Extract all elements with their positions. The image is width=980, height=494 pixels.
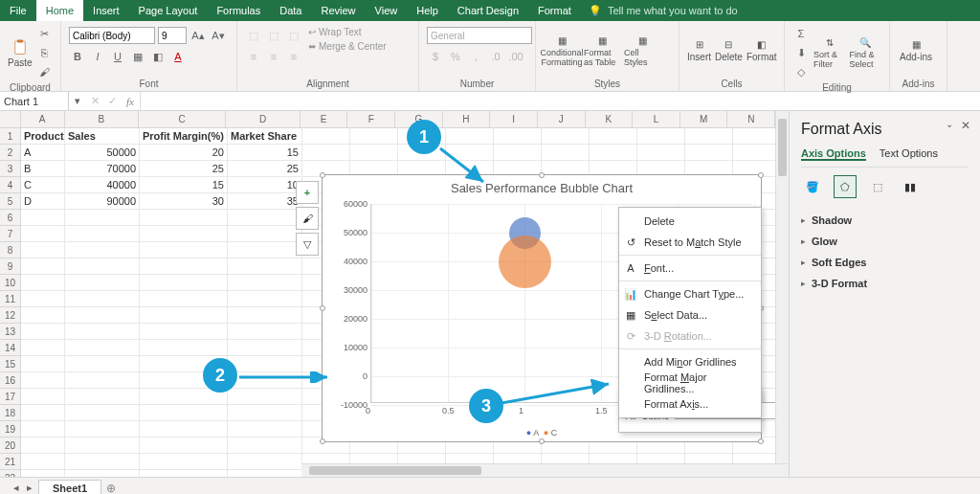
- section-soft-edges[interactable]: Soft Edges: [801, 252, 969, 273]
- row-header[interactable]: 17: [0, 389, 21, 405]
- row-header[interactable]: 16: [0, 372, 21, 389]
- row-header[interactable]: 10: [0, 275, 21, 291]
- col-header[interactable]: C: [139, 111, 226, 128]
- cell[interactable]: [140, 291, 228, 307]
- tab-help[interactable]: Help: [407, 0, 448, 21]
- row-header[interactable]: 1: [0, 128, 21, 145]
- cell[interactable]: [65, 291, 140, 307]
- comma-icon[interactable]: ,: [467, 48, 484, 65]
- cell[interactable]: [140, 226, 228, 242]
- cell[interactable]: Sales Revenue: [65, 128, 140, 145]
- wrap-text-button[interactable]: ↩Wrap Text: [308, 27, 387, 37]
- cell[interactable]: [65, 470, 140, 477]
- merge-center-button[interactable]: ⬌Merge & Center: [308, 41, 387, 52]
- tell-me-search[interactable]: 💡Tell me what you want to do: [589, 5, 738, 17]
- cell[interactable]: [140, 405, 228, 421]
- cell[interactable]: [228, 291, 302, 307]
- cell[interactable]: [65, 242, 140, 258]
- cell[interactable]: B: [21, 161, 65, 177]
- sheet-tab-1[interactable]: Sheet1: [38, 480, 101, 494]
- tab-file[interactable]: File: [0, 0, 36, 21]
- cell[interactable]: 35: [228, 193, 302, 210]
- row-header[interactable]: 3: [0, 161, 21, 177]
- row-header[interactable]: 4: [0, 177, 21, 193]
- cell[interactable]: [21, 356, 65, 372]
- cell[interactable]: [65, 405, 140, 421]
- cell[interactable]: 20: [140, 145, 228, 161]
- cell[interactable]: [65, 454, 140, 470]
- cell[interactable]: [21, 258, 65, 275]
- col-header[interactable]: L: [633, 111, 680, 128]
- bold-button[interactable]: B: [69, 48, 86, 65]
- tab-chart-design[interactable]: Chart Design: [448, 0, 528, 21]
- row-header[interactable]: 6: [0, 210, 21, 226]
- row-header[interactable]: 11: [0, 291, 21, 307]
- cell[interactable]: [302, 128, 350, 145]
- cell[interactable]: A: [21, 145, 65, 161]
- cell[interactable]: [350, 128, 398, 145]
- insert-cells-button[interactable]: ⊞Insert: [687, 39, 711, 62]
- cell[interactable]: [65, 372, 140, 389]
- cell[interactable]: [228, 356, 302, 372]
- pane-options-icon[interactable]: ⌄: [946, 119, 953, 129]
- find-select-button[interactable]: 🔍Find & Select: [850, 37, 882, 69]
- col-header[interactable]: H: [443, 111, 491, 128]
- col-header[interactable]: D: [226, 111, 300, 128]
- cell[interactable]: [140, 454, 228, 470]
- cell[interactable]: [590, 128, 637, 145]
- tab-review[interactable]: Review: [311, 0, 365, 21]
- cell[interactable]: [21, 291, 65, 307]
- cell[interactable]: [21, 242, 65, 258]
- addins-button[interactable]: ▦Add-ins: [898, 39, 934, 62]
- enter-formula-icon[interactable]: ✓: [103, 93, 121, 110]
- cell[interactable]: [21, 340, 65, 356]
- underline-button[interactable]: U: [109, 48, 126, 65]
- chart-filters-button[interactable]: ▽: [296, 233, 319, 256]
- cell[interactable]: [21, 405, 65, 421]
- cell[interactable]: [228, 324, 302, 340]
- cell[interactable]: C: [21, 177, 65, 193]
- cell[interactable]: [590, 145, 637, 161]
- sheet-nav-next-icon[interactable]: ▸: [21, 480, 38, 495]
- cell[interactable]: 25: [228, 161, 302, 177]
- cell[interactable]: [228, 454, 302, 470]
- cell[interactable]: [350, 145, 398, 161]
- font-color-button[interactable]: A: [169, 48, 187, 65]
- col-header[interactable]: E: [301, 111, 348, 128]
- cell[interactable]: [228, 307, 302, 324]
- cell[interactable]: [21, 226, 65, 242]
- clear-icon[interactable]: ◇: [792, 63, 810, 80]
- col-header[interactable]: K: [586, 111, 634, 128]
- cell[interactable]: [637, 128, 685, 145]
- cell[interactable]: [65, 438, 140, 454]
- cell[interactable]: [685, 128, 733, 145]
- tab-formulas[interactable]: Formulas: [207, 0, 270, 21]
- cell[interactable]: [65, 210, 140, 226]
- cell[interactable]: [140, 438, 228, 454]
- cell[interactable]: [228, 470, 302, 477]
- cell[interactable]: [65, 275, 140, 291]
- cell[interactable]: 40000: [65, 177, 140, 193]
- menu-format-axis[interactable]: Format Axis...: [619, 393, 761, 415]
- pane-icon-size[interactable]: ⬚: [866, 175, 889, 198]
- row-header[interactable]: 7: [0, 226, 21, 242]
- cell[interactable]: Product: [21, 128, 65, 145]
- border-button[interactable]: ▦: [129, 48, 146, 65]
- tab-page-layout[interactable]: Page Layout: [129, 0, 208, 21]
- fill-down-icon[interactable]: ⬇: [792, 44, 810, 61]
- cell[interactable]: [494, 128, 542, 145]
- cell[interactable]: [21, 421, 65, 438]
- chart-bubble[interactable]: [499, 236, 551, 288]
- cell[interactable]: [65, 226, 140, 242]
- tab-data[interactable]: Data: [270, 0, 311, 21]
- menu-delete[interactable]: Delete: [619, 211, 761, 232]
- cell[interactable]: D: [21, 193, 65, 210]
- cell[interactable]: [302, 145, 350, 161]
- chart-title[interactable]: Sales Performance Bubble Chart: [323, 181, 761, 195]
- worksheet-area[interactable]: ABCDEFGHIJKLMNO 123456789101112131415161…: [0, 111, 789, 477]
- vertical-scrollbar[interactable]: [775, 111, 789, 463]
- cell[interactable]: [21, 307, 65, 324]
- row-header[interactable]: 12: [0, 307, 21, 324]
- cell[interactable]: Profit Margin(%): [140, 128, 228, 145]
- cell[interactable]: [140, 324, 228, 340]
